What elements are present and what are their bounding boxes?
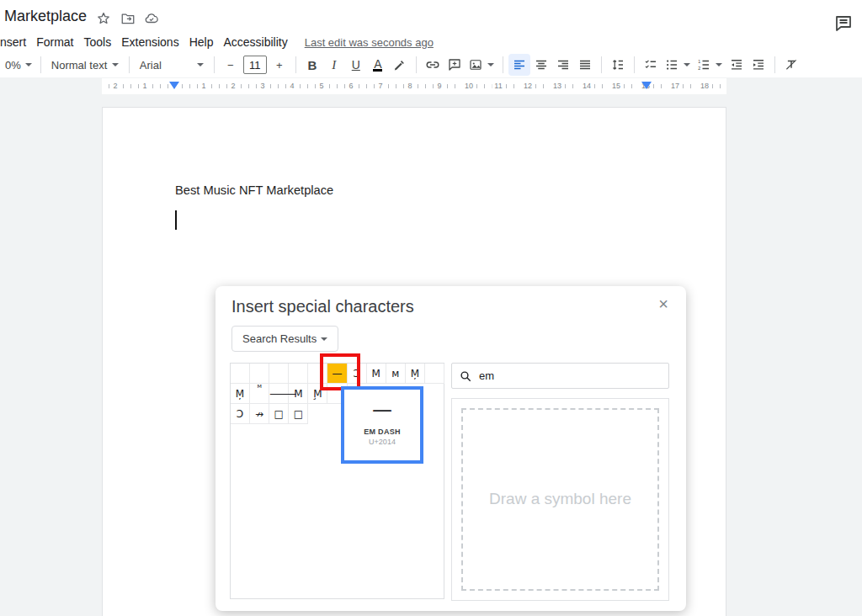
char-cell[interactable]: ↛ [250,404,269,424]
cloud-saved-icon[interactable] [144,11,159,26]
ruler-number: 1 [140,81,149,92]
character-search-input[interactable]: em [451,363,669,389]
left-indent-marker[interactable] [169,82,179,89]
text-color-icon: A [373,59,382,72]
paragraph-style-select[interactable]: Normal text [46,54,124,76]
chevron-down-icon [112,63,119,66]
menu-insert[interactable]: nsert [0,34,31,50]
category-label: Search Results [242,332,317,345]
toolbar-separator [416,56,417,73]
toolbar-separator [503,56,503,73]
char-cell[interactable] [308,364,327,384]
bold-icon: B [307,58,317,72]
numbered-list-icon: 12 [696,57,711,72]
clear-formatting-icon [784,57,799,72]
ruler-number: 18 [698,81,711,92]
clear-formatting-button[interactable] [780,54,802,76]
underline-button[interactable]: U [345,54,367,76]
checklist-button[interactable] [640,54,662,76]
insert-image-button[interactable] [466,54,498,76]
font-select[interactable]: Arial [135,54,209,76]
increase-indent-button[interactable] [748,54,769,76]
justify-icon [577,57,593,72]
char-cell[interactable] [425,364,444,384]
align-left-button[interactable] [508,54,530,76]
increase-indent-icon [751,57,766,72]
char-cell[interactable]: Ɔ [348,364,367,384]
char-cell[interactable]: Ɔ [231,404,250,424]
char-cell[interactable]: M̦ [406,364,425,384]
decrease-indent-icon [729,57,744,72]
chevron-down-icon [321,337,327,341]
decrease-indent-button[interactable] [726,54,748,76]
link-icon [425,57,440,72]
move-folder-icon[interactable] [120,11,136,26]
char-cell[interactable]: M [367,364,386,384]
char-cell[interactable]: ——— [269,384,289,404]
preview-glyph: — [344,398,420,422]
toolbar-separator [295,56,296,73]
align-right-button[interactable] [552,54,574,76]
close-icon[interactable]: × [654,295,673,313]
line-spacing-icon [610,57,625,72]
ruler-band[interactable]: 2 1 1 2 3 4 5 6 7 8 9 10 11 12 13 14 15 … [102,78,726,94]
char-cell[interactable]: M̦ [231,384,250,404]
highlight-color-button[interactable] [389,54,411,76]
italic-icon: I [332,58,336,72]
bulleted-list-button[interactable] [662,54,694,76]
char-cell-selected-em-dash[interactable]: — [327,364,347,384]
menu-extensions[interactable]: Extensions [116,34,184,50]
add-comment-button[interactable] [444,54,466,76]
char-cell[interactable]: ᴹ [250,384,269,404]
document-title[interactable]: Marketplace [4,8,87,25]
bold-button[interactable]: B [301,54,323,76]
zoom-select[interactable]: 0% [2,54,35,76]
right-indent-marker[interactable] [641,82,652,89]
char-cell[interactable] [231,364,250,384]
font-size-input[interactable]: 11 [243,56,267,74]
char-cell[interactable] [289,364,308,384]
ruler-number: 10 [462,81,476,92]
ruler-number: 6 [346,81,355,92]
align-center-button[interactable] [530,54,552,76]
line-spacing-button[interactable] [607,54,629,76]
app-chrome: Marketplace nsert Format Tools Extension… [0,0,862,77]
decrease-font-size-button[interactable]: − [220,54,242,76]
star-icon[interactable] [96,11,111,26]
menu-help[interactable]: Help [184,34,219,50]
char-cell[interactable]: м [386,364,406,384]
ruler-number: 2 [110,81,120,92]
chevron-down-icon [197,63,204,66]
char-cell[interactable]: □ [269,404,289,424]
ruler: 2 1 1 2 3 4 5 6 7 8 9 10 11 12 13 14 15 … [0,77,862,96]
minus-icon: − [227,59,234,72]
align-left-icon [512,57,527,72]
char-cell[interactable] [250,364,269,384]
menu-accessibility[interactable]: Accessibility [218,34,292,50]
insert-link-button[interactable] [422,54,444,76]
symbol-draw-area[interactable]: Draw a symbol here [451,398,669,601]
ruler-number: 4 [287,81,296,92]
text-color-button[interactable]: A [367,54,389,76]
show-comments-icon[interactable] [833,13,854,34]
ruler-number: 8 [405,81,414,92]
menu-tools[interactable]: Tools [78,34,116,50]
ruler-number: 9 [434,81,444,92]
justify-button[interactable] [574,54,596,76]
char-cell[interactable] [269,364,289,384]
toolbar: 0% Normal text Arial − 11 + B I U A [0,52,862,77]
increase-font-size-button[interactable]: + [269,54,290,76]
ruler-number: 14 [580,81,593,92]
italic-button[interactable]: I [323,54,345,76]
search-icon [459,369,472,383]
ruler-number: 13 [551,81,564,92]
numbered-list-button[interactable]: 12 [694,54,726,76]
category-dropdown[interactable]: Search Results [231,326,338,352]
char-cell[interactable]: M̧ [308,384,327,404]
underline-icon: U [352,58,360,72]
char-cell[interactable]: □ [289,404,308,424]
menu-format[interactable]: Format [31,34,78,50]
chevron-down-icon [716,63,722,66]
preview-character-name: EM DASH [344,427,420,436]
last-edit-link[interactable]: Last edit was seconds ago [305,36,434,49]
